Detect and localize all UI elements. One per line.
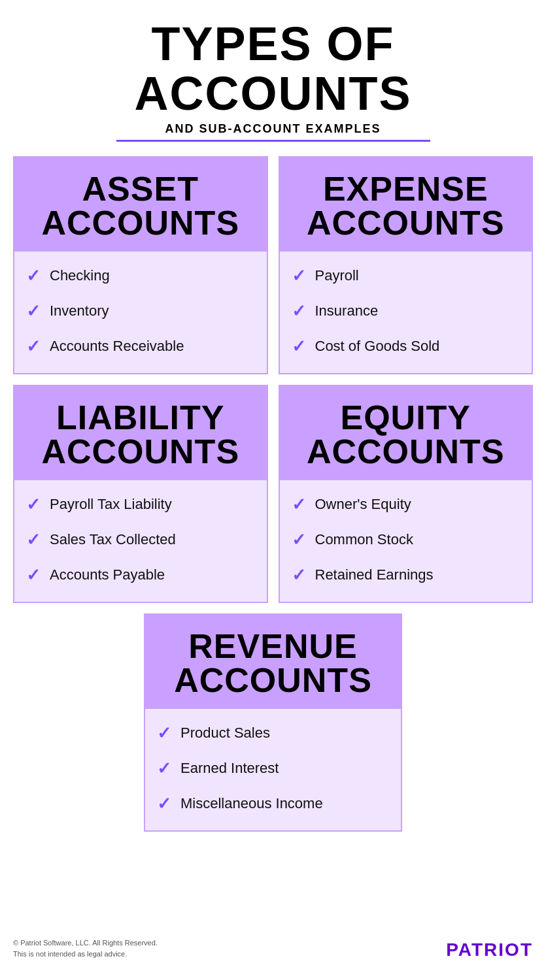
item-label: Payroll Tax Liability (50, 496, 172, 513)
check-icon: ✓ (26, 267, 41, 284)
check-icon: ✓ (157, 760, 171, 777)
item-label: Owner's Equity (315, 496, 411, 513)
list-item: ✓ Sales Tax Collected (26, 522, 255, 557)
item-label: Inventory (50, 302, 109, 319)
item-label: Accounts Payable (50, 566, 165, 583)
expense-card-title: EXPENSE ACCOUNTS (292, 172, 520, 240)
asset-card-body: ✓ Checking ✓ Inventory ✓ Accounts Receiv… (14, 252, 267, 373)
revenue-card: REVENUE ACCOUNTS ✓ Product Sales ✓ Earne… (144, 613, 402, 832)
check-icon: ✓ (292, 338, 306, 355)
equity-card-header: EQUITY ACCOUNTS (280, 386, 532, 480)
expense-card-body: ✓ Payroll ✓ Insurance ✓ Cost of Goods So… (280, 252, 532, 373)
item-label: Cost of Goods Sold (315, 338, 440, 355)
list-item: ✓ Miscellaneous Income (157, 786, 389, 821)
list-item: ✓ Product Sales (157, 715, 389, 751)
list-item: ✓ Cost of Goods Sold (292, 329, 520, 364)
item-label: Checking (50, 267, 110, 284)
footer-brand: PATRIOT (446, 939, 533, 960)
subtitle-text: AND SUB-ACCOUNT EXAMPLES (165, 122, 381, 136)
footer-left: © Patriot Software, LLC. All Rights Rese… (13, 938, 158, 960)
check-icon: ✓ (26, 338, 41, 355)
check-icon: ✓ (292, 566, 306, 583)
check-icon: ✓ (26, 531, 41, 548)
check-icon: ✓ (26, 302, 41, 319)
subtitle-wrapper: AND SUB-ACCOUNT EXAMPLES (13, 122, 533, 142)
asset-card-header: ASSET ACCOUNTS (14, 157, 267, 252)
expense-card-header: EXPENSE ACCOUNTS (280, 157, 532, 252)
item-label: Accounts Receivable (50, 338, 184, 355)
list-item: ✓ Accounts Payable (26, 557, 255, 593)
list-item: ✓ Payroll (292, 258, 520, 293)
equity-card-title: EQUITY ACCOUNTS (292, 400, 520, 468)
check-icon: ✓ (157, 795, 171, 812)
footer-line2: This is not intended as legal advice. (13, 949, 158, 960)
item-label: Sales Tax Collected (50, 531, 176, 548)
list-item: ✓ Common Stock (292, 522, 520, 557)
liability-card: LIABILITY ACCOUNTS ✓ Payroll Tax Liabili… (13, 385, 268, 603)
check-icon: ✓ (292, 267, 306, 284)
revenue-card-body: ✓ Product Sales ✓ Earned Interest ✓ Misc… (145, 709, 401, 830)
equity-card-body: ✓ Owner's Equity ✓ Common Stock ✓ Retain… (280, 480, 532, 602)
item-label: Payroll (315, 267, 359, 284)
bottom-grid: REVENUE ACCOUNTS ✓ Product Sales ✓ Earne… (13, 613, 533, 832)
asset-card: ASSET ACCOUNTS ✓ Checking ✓ Inventory ✓ … (13, 156, 268, 374)
list-item: ✓ Earned Interest (157, 751, 389, 786)
check-icon: ✓ (292, 531, 306, 548)
asset-card-title: ASSET ACCOUNTS (26, 172, 255, 240)
check-icon: ✓ (26, 566, 41, 583)
revenue-card-title: REVENUE ACCOUNTS (157, 629, 389, 697)
item-label: Common Stock (315, 531, 413, 548)
item-label: Earned Interest (180, 760, 279, 777)
list-item: ✓ Owner's Equity (292, 487, 520, 522)
item-label: Miscellaneous Income (180, 795, 323, 812)
check-icon: ✓ (157, 725, 171, 742)
list-item: ✓ Retained Earnings (292, 557, 520, 593)
check-icon: ✓ (292, 302, 306, 319)
check-icon: ✓ (292, 496, 306, 513)
equity-card: EQUITY ACCOUNTS ✓ Owner's Equity ✓ Commo… (279, 385, 534, 603)
liability-card-title: LIABILITY ACCOUNTS (26, 400, 255, 468)
page-footer: © Patriot Software, LLC. All Rights Rese… (13, 918, 533, 960)
item-label: Retained Earnings (315, 566, 434, 583)
top-grid: ASSET ACCOUNTS ✓ Checking ✓ Inventory ✓ … (13, 156, 533, 374)
list-item: ✓ Accounts Receivable (26, 329, 255, 364)
page-title: TYPES OF ACCOUNTS (13, 20, 533, 118)
list-item: ✓ Payroll Tax Liability (26, 487, 255, 522)
liability-card-body: ✓ Payroll Tax Liability ✓ Sales Tax Coll… (14, 480, 267, 602)
page-wrapper: TYPES OF ACCOUNTS AND SUB-ACCOUNT EXAMPL… (0, 0, 546, 980)
middle-grid: LIABILITY ACCOUNTS ✓ Payroll Tax Liabili… (13, 385, 533, 603)
check-icon: ✓ (26, 496, 41, 513)
subtitle-divider (116, 140, 430, 142)
liability-card-header: LIABILITY ACCOUNTS (14, 386, 267, 480)
item-label: Product Sales (180, 725, 270, 742)
list-item: ✓ Insurance (292, 293, 520, 329)
list-item: ✓ Checking (26, 258, 255, 293)
item-label: Insurance (315, 302, 379, 319)
footer-line1: © Patriot Software, LLC. All Rights Rese… (13, 938, 158, 949)
revenue-card-header: REVENUE ACCOUNTS (145, 615, 401, 709)
list-item: ✓ Inventory (26, 293, 255, 329)
expense-card: EXPENSE ACCOUNTS ✓ Payroll ✓ Insurance ✓… (279, 156, 534, 374)
